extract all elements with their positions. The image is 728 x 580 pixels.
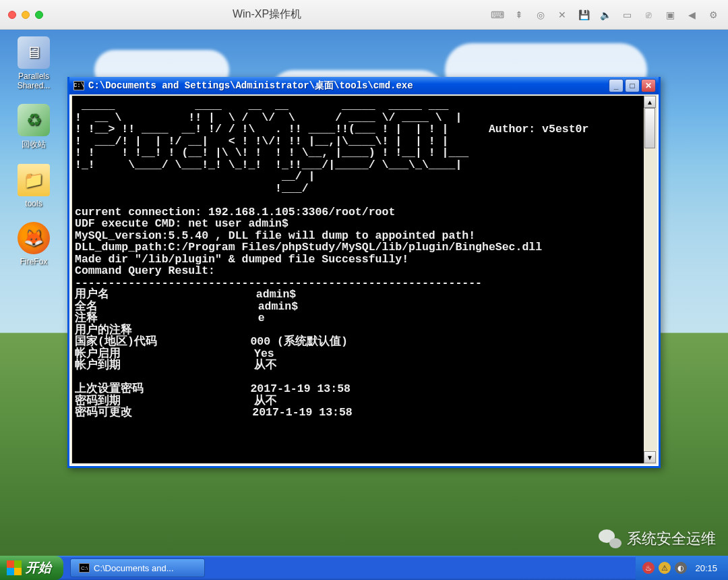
start-button[interactable]: 开始 <box>0 556 63 580</box>
cmd-icon: C:\ <box>73 81 84 90</box>
close-icon[interactable] <box>8 11 16 19</box>
watermark-text: 系统安全运维 <box>627 529 716 549</box>
wechat-icon <box>599 529 621 548</box>
system-tray: ♨ ⚠ ◐ 20:15 <box>636 556 728 580</box>
recycle-icon <box>18 104 50 136</box>
windows-flag-icon <box>7 560 22 575</box>
scroll-up-button[interactable]: ▲ <box>644 96 656 108</box>
disc-icon[interactable]: ◎ <box>534 8 547 22</box>
desktop-icon-parallels-shared[interactable]: 🖥 Parallels Shared... <box>7 36 61 90</box>
cmd-icon: C:\ <box>79 563 90 573</box>
cmd-body: _____ ____ __ __ _____ _____ ___ ! __ \ … <box>72 96 656 463</box>
tray-icon-app[interactable]: ◐ <box>675 562 687 574</box>
cmd-window[interactable]: C:\ C:\Documents and Settings\Administra… <box>67 77 661 468</box>
computer-icon: 🖥 <box>18 36 50 69</box>
folder-icon: 📁 <box>18 164 50 196</box>
cmd-window-controls: _ □ ✕ <box>609 79 656 92</box>
gear-icon[interactable]: ⚙ <box>706 8 720 22</box>
network-icon[interactable]: ✕ <box>555 8 569 22</box>
cmd-output[interactable]: _____ ____ __ __ _____ _____ ___ ! __ \ … <box>72 96 644 463</box>
maximize-button[interactable]: □ <box>625 79 640 92</box>
desktop-icon-label: tools <box>7 199 61 208</box>
desktop-icon-label: Parallels Shared... <box>7 71 61 90</box>
minimize-icon[interactable] <box>22 11 30 19</box>
minimize-button[interactable]: _ <box>609 79 624 92</box>
usb-icon[interactable]: ⇞ <box>512 8 526 22</box>
vm-title: Win-XP操作机 <box>43 7 491 22</box>
vm-toolbar: ⌨ ⇞ ◎ ✕ 💾 🔈 ▭ ⎚ ▣ ◀ ⚙ <box>491 8 720 22</box>
cmd-title-text: C:\Documents and Settings\Administrator\… <box>88 80 609 92</box>
taskbar-clock[interactable]: 20:15 <box>691 563 721 573</box>
device-icon[interactable]: ▭ <box>620 8 634 22</box>
taskbar-item-label: C:\Documents and... <box>94 563 174 573</box>
tray-icon-shield[interactable]: ⚠ <box>659 562 671 574</box>
desktop-icons: 🖥 Parallels Shared... 回收站 📁 tools 🦊 Fire… <box>7 36 61 266</box>
firefox-icon: 🦊 <box>18 222 50 254</box>
cmd-client-area: _____ ____ __ __ _____ _____ ___ ! __ \ … <box>71 94 657 465</box>
desktop-icon-firefox[interactable]: 🦊 FireFox <box>7 222 61 266</box>
scroll-down-button[interactable]: ▼ <box>644 451 656 463</box>
xp-desktop[interactable]: 🖥 Parallels Shared... 回收站 📁 tools 🦊 Fire… <box>0 30 728 580</box>
display-icon[interactable]: ▣ <box>663 8 677 22</box>
close-button[interactable]: ✕ <box>641 79 656 92</box>
desktop-icon-recycle-bin[interactable]: 回收站 <box>7 104 61 150</box>
floppy-icon[interactable]: 💾 <box>577 8 590 22</box>
desktop-icon-label: 回收站 <box>7 139 61 150</box>
vm-titlebar: Win-XP操作机 ⌨ ⇞ ◎ ✕ 💾 🔈 ▭ ⎚ ▣ ◀ ⚙ <box>0 0 728 30</box>
sound-icon[interactable]: 🔈 <box>599 8 612 22</box>
camera-icon[interactable]: ⎚ <box>642 8 655 22</box>
vm-window-controls <box>8 11 43 19</box>
start-button-label: 开始 <box>26 559 51 577</box>
taskbar: 开始 C:\ C:\Documents and... ♨ ⚠ ◐ 20:15 <box>0 556 728 580</box>
watermark: 系统安全运维 <box>599 529 716 549</box>
cmd-scrollbar: ▲ ▼ <box>644 96 656 463</box>
zoom-icon[interactable] <box>35 11 43 19</box>
taskbar-spacer <box>208 556 636 580</box>
desktop-icon-tools-folder[interactable]: 📁 tools <box>7 164 61 208</box>
taskbar-item-cmd[interactable]: C:\ C:\Documents and... <box>70 558 205 577</box>
keyboard-icon[interactable]: ⌨ <box>491 8 504 22</box>
cmd-titlebar[interactable]: C:\ C:\Documents and Settings\Administra… <box>69 77 659 94</box>
tray-icon-java[interactable]: ♨ <box>642 562 655 574</box>
scroll-track[interactable] <box>644 108 656 451</box>
back-icon[interactable]: ◀ <box>685 8 698 22</box>
scroll-thumb[interactable] <box>644 108 655 148</box>
desktop-icon-label: FireFox <box>7 257 61 266</box>
